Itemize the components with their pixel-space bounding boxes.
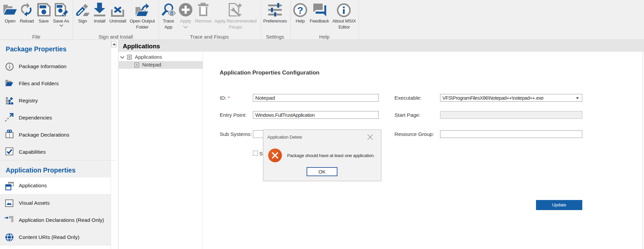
svg-text:?: ? (297, 5, 303, 16)
